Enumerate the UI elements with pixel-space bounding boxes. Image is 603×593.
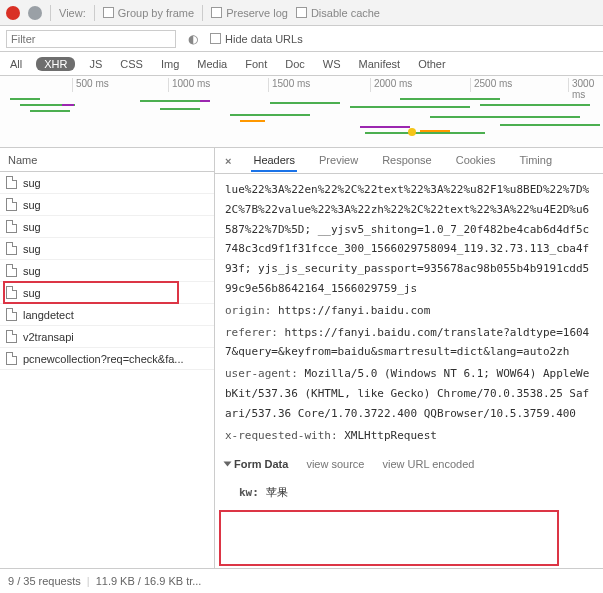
file-icon (6, 264, 17, 277)
record-icon[interactable] (6, 6, 20, 20)
type-tab-ws[interactable]: WS (319, 56, 345, 72)
type-tab-manifest[interactable]: Manifest (355, 56, 405, 72)
timeline-tick: 500 ms (72, 78, 109, 92)
timeline-tick: 1500 ms (268, 78, 310, 92)
detail-tab-headers[interactable]: Headers (251, 150, 297, 172)
status-bar: 9 / 35 requests | 11.9 KB / 16.9 KB tr..… (0, 568, 603, 592)
name-column-header[interactable]: Name (0, 148, 214, 172)
divider (50, 5, 51, 21)
request-name: sug (23, 221, 41, 233)
file-icon (6, 176, 17, 189)
detail-tab-timing[interactable]: Timing (517, 150, 554, 172)
request-row[interactable]: sug (0, 238, 214, 260)
file-icon (6, 286, 17, 299)
header-line: referer: https://fanyi.baidu.com/transla… (225, 323, 593, 363)
type-tab-font[interactable]: Font (241, 56, 271, 72)
type-tab-xhr[interactable]: XHR (36, 57, 75, 71)
disclosure-triangle-icon (224, 462, 232, 467)
clear-icon[interactable] (28, 6, 42, 20)
type-tab-js[interactable]: JS (85, 56, 106, 72)
form-data-kv: kw: 苹果 (239, 483, 593, 503)
request-name: sug (23, 177, 41, 189)
detail-panel: × HeadersPreviewResponseCookiesTiming lu… (215, 148, 603, 568)
type-tab-css[interactable]: CSS (116, 56, 147, 72)
header-line: origin: https://fanyi.baidu.com (225, 301, 593, 321)
timeline-tick: 2500 ms (470, 78, 512, 92)
request-row[interactable]: sug (0, 260, 214, 282)
timeline-tick: 1000 ms (168, 78, 210, 92)
detail-tab-response[interactable]: Response (380, 150, 434, 172)
request-row[interactable]: langdetect (0, 304, 214, 326)
timeline-tick: 3000 ms (568, 78, 603, 92)
network-timeline[interactable]: 500 ms1000 ms1500 ms2000 ms2500 ms3000 m… (0, 76, 603, 148)
headers-body[interactable]: lue%22%3A%22en%22%2C%22text%22%3A%22%u82… (215, 174, 603, 568)
type-tab-doc[interactable]: Doc (281, 56, 309, 72)
disable-cache-checkbox[interactable]: Disable cache (296, 7, 380, 19)
request-row[interactable]: sug (0, 194, 214, 216)
file-icon (6, 198, 17, 211)
detail-tabs: × HeadersPreviewResponseCookiesTiming (215, 148, 603, 174)
status-requests: 9 / 35 requests (8, 575, 81, 587)
request-row[interactable]: v2transapi (0, 326, 214, 348)
file-icon (6, 308, 17, 321)
filter-row: ◐ Hide data URLs (0, 26, 603, 52)
cookie-continuation: lue%22%3A%22en%22%2C%22text%22%3A%22%u82… (225, 180, 593, 299)
file-icon (6, 330, 17, 343)
hide-data-urls-checkbox[interactable]: Hide data URLs (210, 33, 303, 45)
close-icon[interactable]: × (221, 155, 235, 167)
preserve-log-checkbox[interactable]: Preserve log (211, 7, 288, 19)
file-icon (6, 220, 17, 233)
form-data-section-header[interactable]: Form Data view source view URL encoded (225, 455, 593, 475)
request-row[interactable]: sug (0, 172, 214, 194)
group-by-frame-checkbox[interactable]: Group by frame (103, 7, 194, 19)
type-tab-other[interactable]: Other (414, 56, 450, 72)
resource-type-tabs: AllXHRJSCSSImgMediaFontDocWSManifestOthe… (0, 52, 603, 76)
request-name: sug (23, 199, 41, 211)
view-label: View: (59, 7, 86, 19)
status-transferred: 11.9 KB / 16.9 KB tr... (96, 575, 202, 587)
request-name: pcnewcollection?req=check&fa... (23, 353, 184, 365)
detail-tab-cookies[interactable]: Cookies (454, 150, 498, 172)
file-icon (6, 242, 17, 255)
request-row[interactable]: sug (0, 282, 214, 304)
file-icon (6, 352, 17, 365)
header-line: x-requested-with: XMLHttpRequest (225, 426, 593, 446)
request-list[interactable]: sugsugsugsugsugsuglangdetectv2transapipc… (0, 172, 214, 568)
request-name: langdetect (23, 309, 74, 321)
request-list-panel: Name sugsugsugsugsugsuglangdetectv2trans… (0, 148, 215, 568)
header-line: user-agent: Mozilla/5.0 (Windows NT 6.1;… (225, 364, 593, 423)
divider (94, 5, 95, 21)
detail-tab-preview[interactable]: Preview (317, 150, 360, 172)
request-row[interactable]: sug (0, 216, 214, 238)
view-url-encoded-link[interactable]: view URL encoded (382, 455, 474, 475)
timeline-tick: 2000 ms (370, 78, 412, 92)
request-name: sug (23, 287, 41, 299)
request-name: v2transapi (23, 331, 74, 343)
request-row[interactable]: pcnewcollection?req=check&fa... (0, 348, 214, 370)
type-tab-img[interactable]: Img (157, 56, 183, 72)
timeline-bars (0, 96, 603, 147)
filter-input[interactable] (6, 30, 176, 48)
divider (202, 5, 203, 21)
devtools-toolbar: View: Group by frame Preserve log Disabl… (0, 0, 603, 26)
filter-regex-icon[interactable]: ◐ (188, 32, 198, 46)
request-name: sug (23, 243, 41, 255)
view-source-link[interactable]: view source (306, 455, 364, 475)
type-tab-media[interactable]: Media (193, 56, 231, 72)
request-name: sug (23, 265, 41, 277)
main-panel: Name sugsugsugsugsugsuglangdetectv2trans… (0, 148, 603, 568)
type-tab-all[interactable]: All (6, 56, 26, 72)
